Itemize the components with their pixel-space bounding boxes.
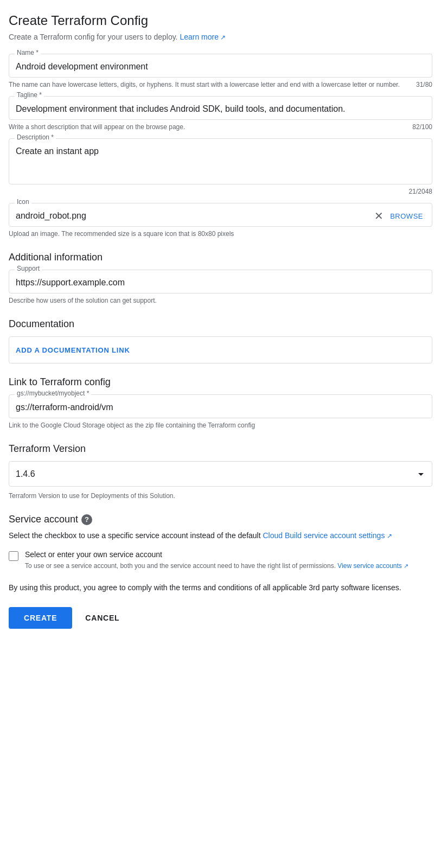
cloud-build-settings-link[interactable]: Cloud Build service account settings xyxy=(263,531,392,540)
page-title: Create Terraform Config xyxy=(9,13,432,28)
terraform-config-field-group: gs://mybucket/myobject xyxy=(9,394,432,418)
service-account-title-text: Service account xyxy=(9,514,78,525)
view-service-accounts-link[interactable]: View service accounts xyxy=(337,562,408,570)
tagline-input[interactable] xyxy=(16,103,425,115)
name-label: Name xyxy=(15,49,41,56)
add-documentation-link-button[interactable]: ADD A DOCUMENTATION LINK xyxy=(16,346,130,354)
form-actions: CREATE CANCEL xyxy=(9,607,432,629)
description-label: Description xyxy=(15,133,56,141)
service-account-checkbox-row: Select or enter your own service account… xyxy=(9,550,432,571)
documentation-group: ADD A DOCUMENTATION LINK xyxy=(9,336,432,363)
service-account-section: Service account ? xyxy=(9,514,432,525)
help-icon[interactable]: ? xyxy=(81,514,92,525)
documentation-title: Documentation xyxy=(9,318,432,330)
terraform-config-label: gs://mybucket/myobject xyxy=(15,390,91,397)
learn-more-link[interactable]: Learn more xyxy=(180,33,226,41)
support-label: Support xyxy=(15,265,42,272)
create-button[interactable]: CREATE xyxy=(9,607,72,629)
icon-input[interactable] xyxy=(16,210,370,222)
icon-hint: Upload an image. The recommended size is… xyxy=(9,229,432,239)
terraform-config-title: Link to Terraform config xyxy=(9,376,432,388)
support-field-group: Support xyxy=(9,270,432,293)
terms-text: By using this product, you agree to comp… xyxy=(9,582,432,593)
description-input[interactable]: Create an instant app xyxy=(16,145,425,178)
description-field-group: Description Create an instant app xyxy=(9,138,432,184)
icon-clear-button[interactable]: ✕ xyxy=(370,210,388,221)
additional-info-title: Additional information xyxy=(9,252,432,263)
terraform-version-hint: Terraform Version to use for Deployments… xyxy=(9,491,432,501)
support-input[interactable] xyxy=(16,277,425,289)
terraform-version-title: Terraform Version xyxy=(9,443,432,455)
support-hint: Describe how users of the solution can g… xyxy=(9,296,432,305)
tagline-label: Tagline xyxy=(15,91,44,99)
icon-label: Icon xyxy=(15,198,31,206)
terraform-version-select[interactable]: 1.4.6 1.5.0 1.3.0 1.2.0 xyxy=(9,461,432,487)
page-subtitle: Create a Terraform config for your users… xyxy=(9,31,432,43)
service-account-checkbox[interactable] xyxy=(9,551,18,561)
service-account-description: Select the checkbox to use a specific se… xyxy=(9,529,432,541)
description-hint: 21/2048 xyxy=(9,187,432,196)
terraform-config-hint: Link to the Google Cloud Storage object … xyxy=(9,420,432,430)
icon-field-group: Icon ✕ BROWSE xyxy=(9,203,432,227)
terraform-config-input[interactable] xyxy=(16,401,425,413)
service-account-checkbox-label: Select or enter your own service account xyxy=(25,550,408,559)
tagline-field-group: Tagline xyxy=(9,96,432,120)
cancel-button[interactable]: CANCEL xyxy=(81,607,124,629)
name-field-group: Name xyxy=(9,54,432,78)
name-hint: The name can have lowercase letters, dig… xyxy=(9,80,432,90)
icon-browse-button[interactable]: BROWSE xyxy=(388,212,425,220)
tagline-hint: Write a short description that will appe… xyxy=(9,122,432,132)
name-input[interactable] xyxy=(16,61,425,73)
service-account-checkbox-sublabel: To use or see a service account, both yo… xyxy=(25,561,408,571)
